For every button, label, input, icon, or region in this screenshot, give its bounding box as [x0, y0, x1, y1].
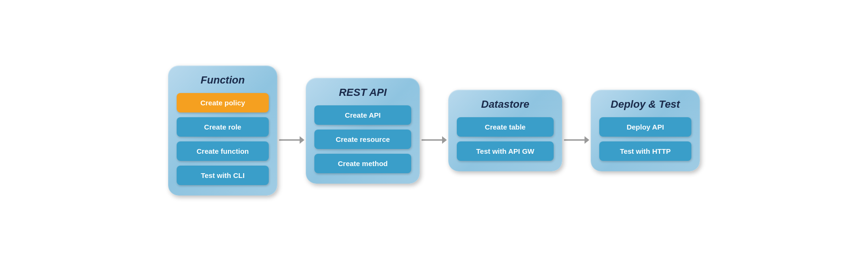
diagram: Function Create policy Create role Creat… — [149, 56, 719, 205]
btn-create-resource[interactable]: Create resource — [314, 130, 411, 149]
btn-create-api[interactable]: Create API — [314, 105, 411, 125]
panel-deploy-test-title: Deploy & Test — [599, 98, 691, 111]
panel-datastore: Datastore Create table Test with API GW — [448, 90, 562, 171]
panel-datastore-items: Create table Test with API GW — [457, 117, 554, 161]
panel-function-items: Create policy Create role Create functio… — [177, 93, 269, 185]
btn-create-method[interactable]: Create method — [314, 154, 411, 173]
panel-function-title: Function — [177, 74, 269, 86]
panel-rest-api-title: REST API — [314, 86, 411, 99]
panel-rest-api: REST API Create API Create resource Crea… — [306, 78, 420, 184]
panel-datastore-title: Datastore — [457, 98, 554, 111]
panel-rest-api-items: Create API Create resource Create method — [314, 105, 411, 173]
btn-deploy-api[interactable]: Deploy API — [599, 117, 691, 137]
svg-marker-1 — [300, 136, 304, 144]
btn-create-role[interactable]: Create role — [177, 117, 269, 137]
btn-test-http[interactable]: Test with HTTP — [599, 141, 691, 161]
btn-test-cli[interactable]: Test with CLI — [177, 166, 269, 185]
btn-create-policy[interactable]: Create policy — [177, 93, 269, 112]
svg-marker-3 — [442, 136, 447, 144]
panel-deploy-test-items: Deploy API Test with HTTP — [599, 117, 691, 161]
panel-function: Function Create policy Create role Creat… — [168, 65, 277, 196]
svg-marker-5 — [585, 136, 589, 144]
btn-create-function[interactable]: Create function — [177, 141, 269, 161]
panel-deploy-test: Deploy & Test Deploy API Test with HTTP — [591, 90, 700, 171]
btn-create-table[interactable]: Create table — [457, 117, 554, 137]
arrow-2 — [420, 112, 448, 149]
btn-test-api-gw[interactable]: Test with API GW — [457, 141, 554, 161]
arrow-1 — [277, 112, 306, 149]
arrow-3 — [562, 112, 591, 149]
